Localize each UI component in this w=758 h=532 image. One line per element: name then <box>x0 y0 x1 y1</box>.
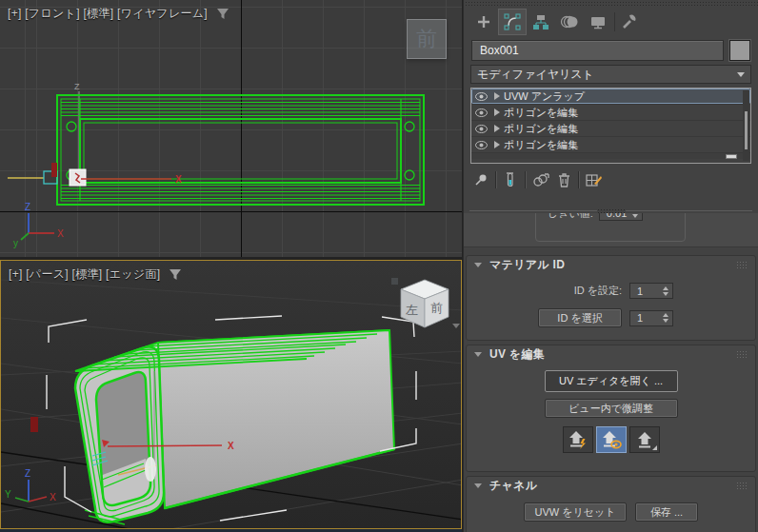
collapse-triangle-icon <box>474 263 482 267</box>
hierarchy-icon <box>532 13 549 30</box>
modifier-stack-item[interactable]: ポリゴンを編集 <box>471 105 750 121</box>
object-color-swatch[interactable] <box>729 40 750 61</box>
viewport-front[interactable]: Z <box>0 0 462 257</box>
tab-modify[interactable] <box>498 9 527 35</box>
remove-modifier-trash-icon[interactable] <box>557 172 571 187</box>
rollout-drag-grip[interactable] <box>736 261 748 269</box>
axis-tripod: Z X Y <box>5 468 56 502</box>
modifier-stack-item[interactable]: ポリゴンを編集 <box>471 121 750 137</box>
viewport-label-text[interactable]: [+] [フロント] [標準] [ワイヤフレーム] <box>8 6 208 22</box>
gizmo-x-axis[interactable] <box>108 445 222 446</box>
show-end-result-vial-icon[interactable] <box>503 172 518 187</box>
select-id-button[interactable]: ID を選択 <box>538 308 622 327</box>
tweak-in-view-button[interactable]: ビュー内で微調整 <box>545 399 678 418</box>
tab-utilities[interactable] <box>615 9 644 35</box>
configure-modifier-sets-icon[interactable] <box>586 172 603 187</box>
arrow-up-eye-icon <box>600 429 623 450</box>
set-id-spinner[interactable]: 1 <box>629 283 673 299</box>
viewport-label-text[interactable]: [+] [パース] [標準] [エッジ面] <box>9 266 160 283</box>
axis-tripod: Z X y <box>13 202 64 248</box>
rollout-edit-uv: UV を編集 UV エディタを開く ... ビュー内で微調整 <box>466 345 756 472</box>
expand-arrow-icon[interactable] <box>490 92 504 100</box>
save-button[interactable]: 保存 ... <box>635 502 698 522</box>
front-viewport-canvas[interactable]: Z <box>0 0 462 257</box>
3dsmax-window: Z <box>0 0 758 532</box>
viewport-label-front[interactable]: [+] [フロント] [標準] [ワイヤフレーム] <box>8 6 229 22</box>
red-marker <box>30 417 38 432</box>
panel-drag-grip[interactable] <box>464 0 758 8</box>
modify-icon <box>504 13 521 30</box>
pin-stack-icon[interactable] <box>473 172 489 187</box>
modifier-stack[interactable]: UVW アンラップ ポリゴンを編集 ポリゴンを編集 <box>470 88 751 164</box>
threshold-spinner[interactable]: 0.01 <box>599 213 643 221</box>
viewport-perspective[interactable]: X Z X Y [+] [パース] [標準] [エッジ面] <box>0 260 462 529</box>
collapse-triangle-icon <box>474 483 482 488</box>
create-plus-icon <box>475 13 492 30</box>
stack-scrollbar[interactable] <box>743 90 749 161</box>
viewcube-home-icon[interactable] <box>391 278 398 285</box>
visibility-eye-icon[interactable] <box>471 92 490 101</box>
arrow-up-lightning-icon <box>567 429 589 450</box>
rollout-material-id: マテリアル ID ID を設定: 1 ID を選択 1 <box>466 255 756 341</box>
threshold-label: しきい値: <box>548 213 593 218</box>
grid-z-label: Z <box>74 82 80 91</box>
viewport-label-perspective[interactable]: [+] [パース] [標準] [エッジ面] <box>9 266 182 283</box>
tab-motion[interactable] <box>555 9 584 35</box>
svg-text:y: y <box>13 238 18 248</box>
reset-uvw-button[interactable]: UVW をリセット <box>524 502 627 522</box>
expand-arrow-icon[interactable] <box>490 125 504 132</box>
gizmo-center[interactable] <box>145 457 156 482</box>
viewcube-left-label[interactable]: 左 <box>406 303 418 317</box>
display-monitor-icon <box>589 13 607 30</box>
expand-arrow-icon[interactable] <box>490 141 504 148</box>
visibility-eye-icon[interactable] <box>471 141 490 149</box>
viewcube-front-label[interactable]: 前 <box>430 301 443 315</box>
tab-display[interactable] <box>584 9 612 35</box>
rollout-channel: チャネル UVW をリセット 保存 ... <box>466 476 756 532</box>
modifier-stack-item[interactable]: ポリゴンを編集 <box>471 137 750 153</box>
stack-toolbar <box>473 169 603 190</box>
quick-planar-map-button[interactable] <box>563 426 593 453</box>
wireframe-box[interactable] <box>57 95 424 205</box>
command-panel: Box001 モディファイヤリスト UVW アンラップ ポリゴンを編集 <box>463 0 758 532</box>
clipped-rollout-region: しきい値: 0.01 <box>464 213 758 247</box>
set-id-label: ID を設定: <box>574 284 622 298</box>
box001-object[interactable] <box>75 330 394 524</box>
filter-funnel-icon[interactable] <box>216 8 229 20</box>
tab-hierarchy[interactable] <box>527 9 555 35</box>
svg-text:Z: Z <box>25 202 30 212</box>
make-unique-icon[interactable] <box>532 172 550 187</box>
stack-scrollbar-thumb[interactable] <box>745 111 748 149</box>
collapse-triangle-icon <box>474 352 482 357</box>
viewcube[interactable]: 左 前 <box>389 274 462 341</box>
preview-map-toggle-button[interactable] <box>596 426 627 453</box>
rollout-header-edit-uv[interactable]: UV を編集 <box>467 345 755 364</box>
visibility-eye-icon[interactable] <box>471 108 490 117</box>
viewcube-menu-arrow[interactable] <box>452 324 460 328</box>
modifier-list-dropdown[interactable]: モディファイヤリスト <box>470 65 751 84</box>
gizmo-x-label: X <box>228 441 234 451</box>
utilities-wrench-icon <box>620 13 639 30</box>
modifier-stack-item-selected[interactable]: UVW アンラップ <box>471 89 750 105</box>
modifier-list-label: モディファイヤリスト <box>477 66 594 83</box>
rollout-header-material-id[interactable]: マテリアル ID <box>467 256 755 274</box>
open-uv-editor-button[interactable]: UV エディタを開く ... <box>545 370 678 392</box>
modifier-stack-item-clipped[interactable] <box>471 153 750 159</box>
tab-create[interactable] <box>469 9 498 35</box>
object-name-field[interactable]: Box001 <box>471 40 724 61</box>
rollout-header-channel[interactable]: チャネル <box>467 477 755 495</box>
viewcube-front-face[interactable]: 前 <box>407 19 447 59</box>
expand-arrow-icon[interactable] <box>490 108 504 116</box>
motion-icon <box>560 13 579 30</box>
mapping-flyout-button[interactable] <box>629 426 660 453</box>
rollout-drag-grip[interactable] <box>736 482 748 490</box>
svg-text:Z: Z <box>25 468 30 479</box>
chevron-down-icon <box>737 72 745 77</box>
filter-funnel-icon[interactable] <box>169 268 182 281</box>
red-marker <box>51 163 57 177</box>
flyout-corner-icon <box>652 445 657 450</box>
command-panel-tabs <box>469 9 644 35</box>
visibility-eye-icon[interactable] <box>471 125 490 133</box>
rollout-drag-grip[interactable] <box>736 350 748 359</box>
select-id-spinner[interactable]: 1 <box>629 310 673 326</box>
